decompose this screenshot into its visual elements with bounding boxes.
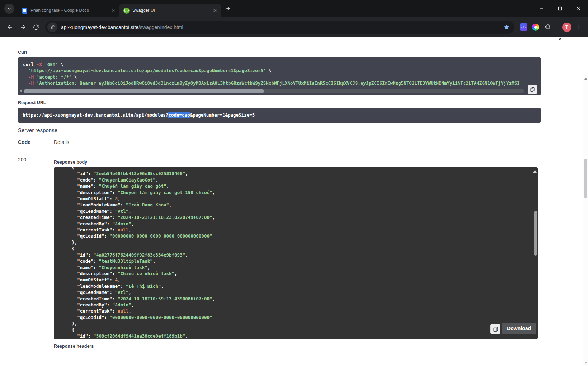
tab-title: Swagger UI (132, 8, 209, 13)
page-scrollbar[interactable] (583, 75, 588, 366)
toolbar-divider (557, 24, 557, 31)
scroll-up-arrow-icon[interactable] (584, 78, 587, 80)
tab-swagger[interactable]: {…} Swagger UI (119, 4, 221, 17)
response-table-header: Code Details (18, 139, 541, 150)
site-info-button[interactable] (47, 22, 57, 32)
tab-strip: Phân công task - Google Docs {…} Swagger… (0, 0, 588, 17)
tab-close-icon[interactable] (212, 7, 218, 14)
swagger-content: Curl curl -X 'GET' \ 'https://api-xuongm… (18, 50, 541, 349)
code-column-header: Code (18, 139, 54, 145)
hscrollbar-thumb[interactable] (24, 89, 264, 93)
new-tab-button[interactable]: + (223, 4, 233, 14)
maximize-button[interactable] (551, 0, 569, 17)
response-scrollbar-thumb[interactable] (534, 211, 537, 256)
reload-button[interactable] (29, 21, 42, 34)
browser-toolbar: api-xuongmayat-dev.bancantoi.site/swagge… (0, 17, 588, 37)
code-extension-icon: </> (520, 23, 527, 31)
bookmark-star-button[interactable] (503, 24, 510, 30)
clipboard-icon (530, 87, 535, 92)
close-window-button[interactable] (569, 0, 588, 17)
extension-colorwheel-button[interactable] (530, 21, 542, 33)
forward-icon (19, 24, 27, 31)
request-url-block: https://api-xuongmayat-dev.bancantoi.sit… (18, 108, 541, 123)
response-row: 200 Response body { "id": "2eeb54b60fbb4… (18, 156, 541, 349)
back-button[interactable] (4, 21, 17, 34)
details-column-header: Details (54, 139, 541, 145)
curl-command: curl -X 'GET' \ 'https://api-xuongmayat-… (23, 61, 536, 86)
server-response-title: Server response (18, 127, 541, 133)
color-wheel-icon (532, 24, 539, 31)
hscroll-left-arrow-icon[interactable] (20, 89, 22, 93)
omnibox[interactable]: api-xuongmayat-dev.bancantoi.site/swagge… (45, 21, 514, 34)
curl-copy-button[interactable] (528, 85, 537, 94)
url-host: api-xuongmayat-dev.bancantoi.site (61, 24, 138, 30)
page-scrollbar-thumb[interactable] (584, 159, 587, 198)
extensions-button[interactable] (542, 21, 554, 33)
response-json: { "id": "2eeb54b60fbb413e96e85cc02581846… (54, 167, 538, 339)
chevron-down-icon (7, 6, 11, 11)
puzzle-icon (545, 24, 551, 30)
back-icon (6, 24, 14, 31)
tab-google-docs[interactable]: Phân công task - Google Docs (17, 4, 119, 17)
close-icon[interactable]: ✕ (558, 38, 562, 42)
curl-label: Curl (18, 50, 541, 55)
request-url-value: https://api-xuongmayat-dev.bancantoi.sit… (23, 112, 255, 118)
bookmark-star-icon (503, 24, 510, 30)
curl-hscrollbar[interactable] (24, 89, 524, 93)
menu-kebab-icon[interactable]: ⋮ (574, 22, 584, 33)
tab-close-icon[interactable] (110, 7, 116, 14)
swagger-page: ✕ Curl curl -X 'GET' \ 'https://api-xuon… (0, 38, 588, 366)
response-body-block: { "id": "2eeb54b60fbb413e96e85cc02581846… (54, 167, 538, 339)
response-body-label: Response body (54, 160, 541, 165)
scroll-down-arrow-icon[interactable] (584, 362, 587, 364)
vscroll-up-arrow-icon[interactable] (533, 170, 537, 173)
extension-code-button[interactable]: </> (517, 21, 530, 33)
request-url-label: Request URL (18, 100, 541, 105)
url-path: /swagger/index.html (138, 24, 183, 30)
curl-code-block: curl -X 'GET' \ 'https://api-xuongmayat-… (18, 57, 541, 95)
download-button[interactable]: Download (502, 323, 536, 334)
google-docs-icon (22, 8, 28, 14)
response-copy-button[interactable] (490, 324, 500, 334)
clipboard-icon (493, 327, 498, 332)
tab-title: Phân công task - Google Docs (30, 8, 107, 13)
swagger-icon: {…} (123, 8, 130, 14)
profile-avatar[interactable]: T (562, 23, 571, 32)
minimize-button[interactable] (532, 0, 551, 17)
status-code: 200 (18, 156, 54, 349)
response-headers-label: Response headers (54, 344, 541, 349)
tune-icon (50, 24, 55, 30)
reload-icon (33, 24, 39, 30)
forward-button[interactable] (17, 21, 29, 34)
tab-search-button[interactable] (4, 4, 14, 14)
window-controls (532, 0, 588, 17)
url-text: api-xuongmayat-dev.bancantoi.site/swagge… (61, 24, 500, 30)
